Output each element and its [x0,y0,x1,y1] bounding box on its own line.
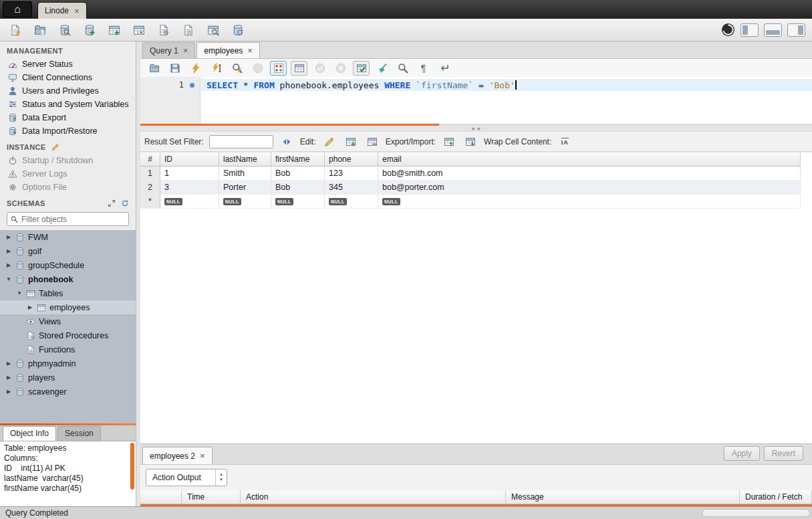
expander-icon[interactable]: ▶ [5,248,12,254]
cell-id[interactable]: 3 [160,181,219,195]
column-header-id[interactable]: ID [160,152,219,167]
expander-icon[interactable]: ▶ [5,389,12,395]
expander-icon[interactable]: ▶ [5,262,12,268]
toggle-bottom-panel-button[interactable] [764,23,782,37]
create-table-button[interactable] [106,21,123,39]
beautify-button[interactable] [374,61,390,76]
execute-current-button[interactable] [208,61,225,76]
create-schema-button[interactable] [81,21,98,39]
sidebar-item-status-variables[interactable]: Status and System Variables [0,98,136,111]
reconnect-dbms-button[interactable] [229,21,247,39]
edit-record-button[interactable] [321,134,337,149]
find-button[interactable] [394,61,411,76]
cell-null[interactable]: NULL [219,195,271,209]
commit-button[interactable] [311,61,328,76]
tree-node-views[interactable]: Views [0,314,136,328]
tree-node-stored-procedures[interactable]: Stored Procedures [0,328,136,342]
inspect-database-button[interactable] [56,21,74,39]
cell-email[interactable]: bob@smith.com [378,167,801,181]
tab-session[interactable]: Session [57,426,101,441]
tree-node-functions[interactable]: Functions [0,342,136,356]
editor-results-splitter[interactable]: ■ ■ [140,126,812,131]
stop-button[interactable] [249,61,266,76]
output-column-action[interactable]: Action [241,490,506,504]
schema-filter-input[interactable] [21,215,125,224]
tree-node-employees[interactable]: ▶employees [0,300,136,314]
close-tab-icon[interactable]: × [247,46,253,55]
sidebar-item-users-privileges[interactable]: Users and Privileges [0,84,136,98]
sql-editor[interactable]: 1 SELECT * FROM phonebook.employees WHER… [140,77,812,124]
column-header-phone[interactable]: phone [325,152,378,167]
cell-firstname[interactable]: Bob [271,181,325,195]
spinner-arrows-icon[interactable]: ▲▼ [215,470,227,486]
expander-icon[interactable]: ▶ [5,234,12,240]
vertical-scrollbar[interactable] [130,443,134,490]
cell-lastname[interactable]: Porter [219,181,271,195]
create-function-button[interactable] [180,21,197,39]
sidebar-item-data-export[interactable]: Data Export [0,111,136,124]
close-tab-icon[interactable]: × [200,451,205,460]
cell-phone[interactable]: 345 [325,181,378,195]
limit-rows-button[interactable] [291,61,307,76]
sidebar-item-options-file[interactable]: Options File [0,181,136,194]
result-filter-input[interactable] [209,135,273,148]
result-set-tab[interactable]: employees 2× [142,447,213,464]
table-row[interactable]: 2 3 Porter Bob 345 bob@porter.com [140,181,812,195]
sidebar-item-server-status[interactable]: Server Status [0,58,136,71]
wrap-cell-content-button[interactable]: IA [557,134,573,149]
output-column-time[interactable]: Time [182,490,241,504]
tab-query-1[interactable]: Query 1× [142,42,195,58]
toggle-autocommit-button[interactable] [353,61,370,76]
import-records-button[interactable] [462,134,479,149]
close-connection-tab-icon[interactable]: × [74,7,80,15]
execute-button[interactable] [187,61,204,76]
schema-item-fwm[interactable]: ▶FWM [0,230,136,244]
save-script-button[interactable] [166,61,183,76]
toggle-stop-on-error-button[interactable] [270,61,287,76]
cell-id[interactable]: 1 [160,167,219,181]
schema-item-groupschedule[interactable]: ▶groupSchedule [0,258,136,272]
rollback-button[interactable] [332,61,349,76]
output-selector[interactable]: Action Output ▲▼ [146,469,227,486]
output-column-duration[interactable]: Duration / Fetch [740,490,812,504]
close-tab-icon[interactable]: × [183,46,188,55]
open-sql-script-button[interactable] [31,21,49,39]
output-column-status[interactable] [140,490,182,504]
sql-text[interactable]: SELECT * FROM phonebook.employees WHERE … [207,80,517,90]
collapse-icon[interactable]: ▼ [5,276,12,282]
cell-null[interactable]: NULL [325,195,378,209]
new-sql-tab-button[interactable] [7,21,24,39]
expander-icon[interactable]: ▶ [27,304,33,310]
expander-icon[interactable]: ▶ [5,375,12,381]
cell-null[interactable]: NULL [160,195,219,209]
tab-employees[interactable]: employees× [196,42,260,58]
tree-node-tables[interactable]: ▼Tables [0,286,136,300]
cell-phone[interactable]: 123 [325,167,378,181]
tab-object-info[interactable]: Object Info [3,426,56,441]
sidebar-item-startup-shutdown[interactable]: Startup / Shutdown [0,154,136,167]
toggle-left-panel-button[interactable] [740,23,759,37]
search-data-button[interactable] [205,21,222,39]
schema-item-scavenger[interactable]: ▶scavenger [0,385,136,399]
expand-schemas-icon[interactable] [108,199,116,207]
column-header-num[interactable]: # [140,152,160,167]
apply-filter-button[interactable] [279,134,295,149]
delete-row-button[interactable] [364,134,380,149]
collapse-icon[interactable]: ▼ [16,290,23,296]
column-header-lastname[interactable]: lastName [219,152,271,167]
cell-null[interactable]: NULL [378,195,801,209]
table-row[interactable]: 1 1 Smith Bob 123 bob@smith.com [140,167,812,181]
edit-instance-icon[interactable] [51,143,59,151]
connection-tab[interactable]: Linode × [37,2,87,19]
schema-item-phonebook[interactable]: ▼phonebook [0,272,136,286]
placeholder-row[interactable]: * NULL NULL NULL NULL NULL [140,195,812,209]
refresh-schemas-icon[interactable] [121,199,129,207]
schema-item-golf[interactable]: ▶golf [0,244,136,258]
toggle-right-panel-button[interactable] [787,23,805,37]
column-header-email[interactable]: email [378,152,801,167]
open-script-button[interactable] [146,61,162,76]
explain-button[interactable] [229,61,245,76]
insert-row-button[interactable] [343,134,359,149]
sidebar-item-client-connections[interactable]: Client Connections [0,71,136,84]
cell-null[interactable]: NULL [271,195,325,209]
